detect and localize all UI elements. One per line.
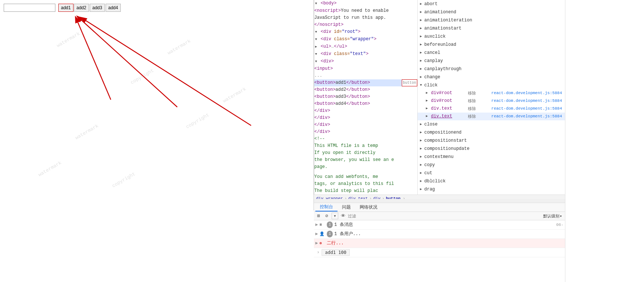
triangle-sub-3[interactable] — [425, 106, 429, 112]
toolbar-eye-icon[interactable]: 👁 — [340, 213, 346, 219]
triangle-animationend[interactable] — [419, 9, 423, 16]
tab-issues[interactable]: 问题 — [338, 203, 355, 211]
file-link-4[interactable]: react-dom.development.js:5884 — [491, 113, 562, 120]
event-compositionupdate[interactable]: compositionupdate — [418, 145, 565, 153]
remove-button-3[interactable]: 移除 — [467, 106, 477, 112]
event-animationiteration[interactable]: animationiteration — [418, 16, 565, 24]
event-cancel[interactable]: cancel — [418, 49, 565, 57]
triangle-sub-4[interactable] — [425, 113, 429, 120]
triangle-div-root[interactable] — [314, 29, 318, 35]
event-compositionstart[interactable]: compositionstart — [418, 137, 565, 145]
triangle-sub-1[interactable] — [425, 90, 429, 96]
msg-expand-1[interactable]: ▶ — [315, 221, 318, 228]
elements-button3-line[interactable]: <button>add3</button> — [314, 93, 417, 100]
console-filter-input[interactable] — [348, 214, 540, 218]
triangle-contextmenu[interactable] — [419, 154, 423, 160]
remove-button-4[interactable]: 移除 — [467, 113, 477, 120]
elements-line[interactable]: If you open it directly — [314, 149, 417, 157]
triangle-dblclick[interactable] — [419, 178, 423, 185]
event-change[interactable]: change — [418, 73, 565, 81]
elements-line[interactable]: </noscript> — [314, 21, 417, 28]
event-animationend[interactable]: animationend — [418, 8, 565, 16]
triangle-compositionend[interactable] — [419, 129, 423, 136]
remove-button-1[interactable]: 移除 — [467, 90, 477, 96]
elements-line[interactable]: the browser, you will see an e — [314, 157, 417, 164]
triangle-click[interactable] — [419, 82, 423, 89]
elements-line[interactable]: <noscript>You need to enable — [314, 7, 417, 14]
preview-add2-button[interactable]: add2 — [74, 4, 89, 12]
msg-expand-3[interactable]: ▶ — [315, 240, 318, 247]
elements-line[interactable]: <ul>…</ul> — [314, 43, 417, 51]
triangle-canplaythrough[interactable] — [419, 66, 423, 72]
elements-line[interactable]: </div> — [314, 121, 417, 128]
elements-line[interactable]: The build step will plac — [314, 188, 417, 195]
event-beforeunload[interactable]: beforeunload — [418, 41, 565, 49]
triangle-sub-2[interactable] — [425, 98, 429, 104]
console-level-select[interactable]: 默认级别▾ — [542, 213, 564, 219]
event-click-header[interactable]: click — [418, 81, 565, 89]
file-link-1[interactable]: react-dom.development.js:5884 — [491, 90, 562, 96]
remove-button-2[interactable]: 移除 — [467, 98, 477, 104]
triangle-animationstart[interactable] — [419, 25, 423, 32]
tab-console[interactable]: 控制台 — [315, 203, 338, 211]
elements-line[interactable]: </div> — [314, 114, 417, 121]
preview-input[interactable] — [4, 4, 55, 12]
msg-expand-2[interactable]: ▶ — [315, 231, 318, 237]
elements-button1-line[interactable]: <button>add1</button> button — [314, 79, 417, 86]
event-close[interactable]: close — [418, 120, 565, 128]
elements-line[interactable]: <input> — [314, 65, 417, 72]
triangle-cancel[interactable] — [419, 49, 423, 56]
event-auxclick[interactable]: auxclick — [418, 32, 565, 41]
elements-ellipsis-line[interactable]: ... — [314, 72, 417, 79]
event-dblclick[interactable]: dblclick — [418, 177, 565, 185]
elements-line[interactable]: tags, or analytics to this fil — [314, 180, 417, 188]
elements-line[interactable]: </div> — [314, 107, 417, 114]
preview-add1-button[interactable]: add1 — [58, 4, 73, 12]
toolbar-layout-icon[interactable]: ⊞ — [315, 213, 322, 219]
triangle-abort[interactable] — [419, 1, 423, 7]
event-canplaythrough[interactable]: canplaythrough — [418, 65, 565, 73]
triangle-animationiteration[interactable] — [419, 17, 423, 24]
event-copy[interactable]: copy — [418, 161, 565, 169]
triangle-copy[interactable] — [419, 162, 423, 168]
elements-line[interactable]: page. — [314, 164, 417, 171]
triangle-cut[interactable] — [419, 170, 423, 176]
triangle-canplay[interactable] — [419, 58, 423, 64]
triangle-div-inner[interactable] — [314, 58, 318, 65]
event-compositionend[interactable]: compositionend — [418, 128, 565, 137]
triangle-compositionupdate[interactable] — [419, 145, 423, 152]
triangle-div-wrapper[interactable] — [314, 36, 318, 43]
triangle-close[interactable] — [419, 121, 423, 128]
elements-line[interactable]: <div class="text"> — [314, 51, 417, 58]
elements-line[interactable]: JavaScript to run this app. — [314, 14, 417, 21]
preview-add4-button[interactable]: add4 — [106, 4, 121, 12]
triangle-div-text[interactable] — [314, 51, 318, 58]
event-abort[interactable]: abort — [418, 0, 565, 8]
preview-add3-button[interactable]: add3 — [90, 4, 105, 12]
elements-line[interactable]: <body> — [314, 0, 417, 7]
elements-comment-line[interactable]: <!-- — [314, 135, 417, 142]
event-cut[interactable]: cut — [418, 169, 565, 177]
event-contextmenu[interactable]: contextmenu — [418, 153, 565, 161]
file-link-2[interactable]: react-dom.development.js:5884 — [491, 98, 562, 104]
toolbar-toggle-icon[interactable]: ▾ — [332, 213, 338, 219]
event-drag[interactable]: drag — [418, 185, 565, 193]
elements-line[interactable]: <div id="root"> — [314, 28, 417, 36]
triangle-change[interactable] — [419, 74, 423, 80]
elements-line[interactable]: <div> — [314, 58, 417, 65]
elements-button4-line[interactable]: <button>add4</button> — [314, 100, 417, 107]
triangle-ul[interactable] — [314, 44, 318, 50]
elements-line[interactable]: <div class="wrapper"> — [314, 36, 417, 43]
elements-line[interactable]: You can add webfonts, me — [314, 173, 417, 180]
triangle-drag[interactable] — [419, 186, 423, 193]
triangle-compositionstart[interactable] — [419, 137, 423, 144]
triangle-auxclick[interactable] — [419, 33, 423, 40]
triangle-beforeunload[interactable] — [419, 41, 423, 48]
elements-button2-line[interactable]: <button>add2</button> — [314, 86, 417, 93]
triangle-body[interactable] — [314, 0, 318, 7]
devtools-hscroll[interactable] — [314, 199, 565, 203]
elements-line[interactable]: This HTML file is a temp — [314, 142, 417, 149]
tab-network[interactable]: 网络状况 — [355, 203, 382, 211]
event-animationstart[interactable]: animationstart — [418, 24, 565, 32]
event-canplay[interactable]: canplay — [418, 57, 565, 65]
